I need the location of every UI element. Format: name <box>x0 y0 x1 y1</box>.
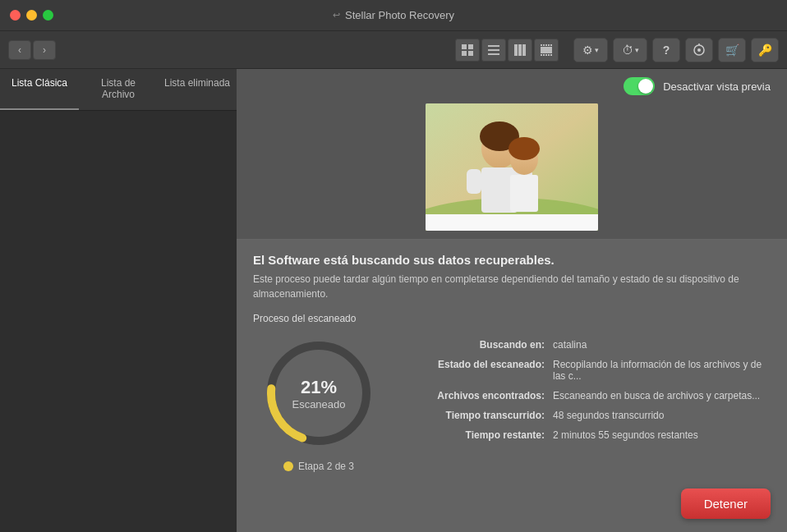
sidebar-tab-lista-clasica[interactable]: Lista Clásica <box>0 69 79 110</box>
settings-arrow-icon: ▾ <box>595 46 599 54</box>
back-arrow-icon: ↩ <box>333 10 340 21</box>
key-icon: 🔑 <box>758 44 772 57</box>
svg-rect-6 <box>488 53 499 55</box>
detail-value-tiempo: 48 segundos transcurrido <box>553 410 771 421</box>
etapa-badge: Etapa 2 de 3 <box>283 461 354 472</box>
help-button[interactable]: ? <box>652 38 680 62</box>
stop-button[interactable]: Detener <box>681 488 771 519</box>
details-table: Buscando en: catalina Estado del escanea… <box>409 336 771 441</box>
detail-row-archivos: Archivos encontrados: Escaneando en busc… <box>409 390 771 401</box>
cart-icon: 🛒 <box>725 44 739 57</box>
svg-rect-9 <box>522 44 526 56</box>
svg-rect-0 <box>462 44 467 49</box>
content-wrapper: Desactivar vista previa <box>237 69 787 532</box>
view-filmstrip-button[interactable] <box>534 39 559 62</box>
detail-value-restante: 2 minutos 55 segundos restantes <box>553 429 771 441</box>
back-nav-button[interactable]: ‹ <box>8 40 31 60</box>
preview-toggle-bar: Desactivar vista previa <box>237 69 787 103</box>
svg-rect-8 <box>518 44 522 56</box>
sidebar-tabs: Lista Clásica Lista de Archivo Lista eli… <box>0 69 237 111</box>
detail-row-restante: Tiempo restante: 2 minutos 55 segundos r… <box>409 429 771 441</box>
detail-key-tiempo: Tiempo transcurrido: <box>409 410 545 421</box>
circular-progress-container: 21% Escaneado Etapa 2 de 3 <box>253 336 384 472</box>
svg-rect-29 <box>467 169 481 194</box>
history-button[interactable]: ⏱ ▾ <box>613 38 647 62</box>
etapa-text: Etapa 2 de 3 <box>298 461 354 472</box>
gear-icon: ⚙ <box>582 44 593 57</box>
toggle-knob <box>638 79 653 94</box>
detail-row-estado: Estado del escaneado: Recopilando la inf… <box>409 359 771 382</box>
progress-percent: 21% <box>292 377 345 398</box>
svg-rect-2 <box>462 51 467 56</box>
settings-button[interactable]: ⚙ ▾ <box>573 38 608 62</box>
view-buttons <box>455 39 559 62</box>
cart-button[interactable]: 🛒 <box>718 38 746 62</box>
scan-title: El Software está buscando sus datos recu… <box>253 253 771 267</box>
svg-rect-18 <box>545 54 547 56</box>
titlebar: ↩ Stellar Photo Recovery <box>0 0 787 31</box>
svg-rect-34 <box>426 214 598 231</box>
nav-buttons: ‹ › <box>8 40 56 60</box>
titlebar-title: ↩ Stellar Photo Recovery <box>333 9 454 21</box>
detail-row-tiempo: Tiempo transcurrido: 48 segundos transcu… <box>409 410 771 421</box>
svg-rect-14 <box>548 44 550 46</box>
stop-button-container: Detener <box>681 488 771 519</box>
etapa-dot-icon <box>283 461 293 471</box>
view-columns-button[interactable] <box>508 39 532 62</box>
preview-image <box>426 103 598 231</box>
svg-rect-20 <box>550 54 552 56</box>
sidebar-tab-lista-eliminada[interactable]: Lista eliminada <box>158 69 237 110</box>
circular-progress: 21% Escaneado <box>261 336 376 451</box>
detail-key-restante: Tiempo restante: <box>409 429 545 441</box>
history-arrow-icon: ▾ <box>635 46 639 54</box>
maximize-button[interactable] <box>43 10 53 21</box>
sidebar-tab-lista-archivo[interactable]: Lista de Archivo <box>79 69 158 110</box>
svg-rect-13 <box>545 44 547 46</box>
svg-rect-7 <box>514 44 518 56</box>
detail-key-estado: Estado del escaneado: <box>409 359 545 370</box>
svg-rect-4 <box>488 45 499 47</box>
svg-point-32 <box>509 137 540 160</box>
content-area: Desactivar vista previa <box>237 69 787 532</box>
svg-rect-3 <box>468 51 473 56</box>
svg-rect-17 <box>543 54 545 56</box>
key-button[interactable]: 🔑 <box>751 38 779 62</box>
app-title: Stellar Photo Recovery <box>345 9 454 21</box>
view-list-button[interactable] <box>481 39 506 62</box>
preview-photo-svg <box>426 103 598 231</box>
sidebar: Lista Clásica Lista de Archivo Lista eli… <box>0 69 237 532</box>
traffic-lights <box>10 10 53 21</box>
toolbar-actions: ⚙ ▾ ⏱ ▾ ? 🛒 🔑 <box>573 38 779 62</box>
svg-rect-16 <box>541 54 542 56</box>
svg-rect-5 <box>488 49 499 51</box>
detail-row-buscando: Buscando en: catalina <box>409 339 771 351</box>
svg-rect-11 <box>541 44 542 46</box>
preview-toggle-switch[interactable] <box>624 77 655 95</box>
svg-rect-12 <box>543 44 545 46</box>
progress-section: 21% Escaneado Etapa 2 de 3 Buscando en: <box>253 336 771 472</box>
preview-toggle-label: Desactivar vista previa <box>663 80 771 93</box>
progress-scan-label: Escaneado <box>292 398 345 410</box>
scan-icon <box>693 44 706 57</box>
sidebar-content <box>0 111 237 532</box>
detail-value-archivos: Escaneando en busca de archivos y carpet… <box>553 390 771 401</box>
svg-rect-10 <box>541 47 552 53</box>
main-layout: Lista Clásica Lista de Archivo Lista eli… <box>0 69 787 532</box>
preview-image-container <box>237 103 787 239</box>
scan-subtitle: Este proceso puede tardar algún tiempo e… <box>253 272 771 301</box>
svg-rect-19 <box>548 54 550 56</box>
minimize-button[interactable] <box>26 10 37 21</box>
clock-icon: ⏱ <box>622 44 633 57</box>
svg-point-22 <box>697 48 701 52</box>
scan-button[interactable] <box>685 38 713 62</box>
view-grid-button[interactable] <box>455 39 480 62</box>
close-button[interactable] <box>10 10 21 21</box>
proceso-label: Proceso del escaneado <box>253 313 771 324</box>
detail-value-buscando: catalina <box>553 339 771 351</box>
svg-rect-33 <box>510 175 538 212</box>
detail-key-buscando: Buscando en: <box>409 339 545 351</box>
forward-nav-button[interactable]: › <box>33 40 56 60</box>
help-icon: ? <box>663 44 670 57</box>
progress-text: 21% Escaneado <box>292 377 345 410</box>
svg-rect-1 <box>468 44 473 49</box>
